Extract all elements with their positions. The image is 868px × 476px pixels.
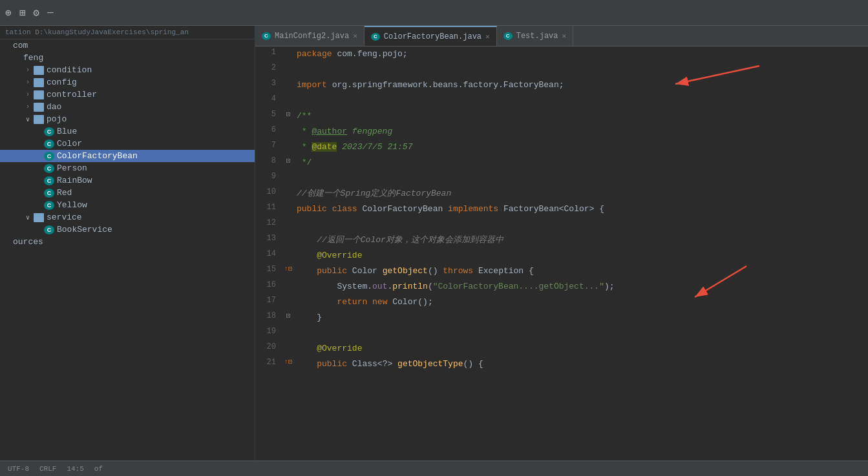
class-icon: C (44, 164, 54, 173)
tree-item-bookservice[interactable]: C BookService (0, 223, 255, 236)
class-icon: C (44, 225, 54, 234)
collapse-arrow-icon: › (26, 91, 34, 98)
class-icon: C (44, 201, 54, 210)
code-editor[interactable]: 1 package com.feng.pojo; 2 3 import org.… (255, 47, 868, 460)
tab-test[interactable]: C Test.java ✕ (497, 26, 573, 46)
tab-label: ColorFactoryBean.java (384, 32, 482, 41)
tab-close-icon[interactable]: ✕ (353, 32, 357, 40)
item-label: ColorFactoryBean (57, 151, 138, 161)
class-icon: C (44, 189, 54, 198)
tree-item-dao[interactable]: › dao (0, 101, 255, 113)
code-line-21: 21 ↑⊡ public Class<?> getObjectType() { (255, 357, 868, 372)
code-line-5: 5 ⊡ /** (255, 109, 868, 124)
tree-item-blue[interactable]: C Blue (0, 125, 255, 138)
tree-item-config[interactable]: › config (0, 76, 255, 88)
tree-item-sources[interactable]: ources (0, 236, 255, 248)
tab-mainconfig2[interactable]: C MainConfig2.java ✕ (255, 26, 365, 46)
folder-icon (34, 115, 44, 124)
item-label: controller (47, 90, 97, 99)
tab-class-icon: C (262, 32, 271, 40)
expand-arrow-icon: ∨ (26, 214, 34, 222)
status-encoding: UTF-8 (8, 465, 29, 473)
code-line-12: 12 (255, 217, 868, 233)
toolbar-icon-add[interactable]: ⊕ (5, 6, 12, 19)
code-line-14: 14 @Override (255, 248, 868, 264)
folder-icon (34, 90, 44, 99)
tree-item-feng[interactable]: feng (0, 52, 255, 64)
editor-tabs: C MainConfig2.java ✕ C ColorFactoryBean.… (255, 26, 868, 47)
collapse-arrow-icon: › (26, 103, 34, 110)
tree-item-condition[interactable]: › condition (0, 64, 255, 76)
tree-item-color[interactable]: C Color (0, 138, 255, 150)
status-pagination: of (94, 465, 103, 473)
class-icon: C (44, 140, 54, 149)
class-icon: C (44, 176, 54, 185)
folder-icon (34, 66, 44, 75)
item-label: service (47, 212, 82, 222)
status-crlf: CRLF (39, 465, 56, 473)
class-icon: C (44, 127, 54, 136)
code-line-19: 19 (255, 326, 868, 341)
tree-item-colorfactorybean[interactable]: C ColorFactoryBean (0, 150, 255, 162)
tab-class-icon: C (503, 32, 513, 40)
tab-class-icon: C (371, 33, 380, 41)
tab-close-icon[interactable]: ✕ (562, 32, 567, 40)
sidebar-path: tation D:\kuangStudyJavaExercises\spring… (0, 26, 255, 39)
folder-icon (34, 213, 44, 222)
code-line-9: 9 (255, 171, 868, 186)
item-label: dao (47, 102, 61, 112)
folder-icon (34, 78, 44, 87)
item-label: Color (57, 139, 82, 149)
item-label: com (13, 41, 28, 50)
tree-item-service[interactable]: ∨ service (0, 211, 255, 223)
main-container: tation D:\kuangStudyJavaExercises\spring… (0, 26, 868, 460)
folder-icon (34, 103, 44, 112)
code-lines: 1 package com.feng.pojo; 2 3 import org.… (255, 47, 868, 372)
item-label: feng (23, 53, 43, 63)
tab-close-icon[interactable]: ✕ (485, 32, 490, 41)
code-line-15: 15 ↑⊡ public Color getObject() throws Ex… (255, 264, 868, 279)
code-line-16: 16 System.out.println("ColorFactoryBean.… (255, 279, 868, 295)
code-line-4: 4 (255, 93, 868, 109)
sidebar: tation D:\kuangStudyJavaExercises\spring… (0, 26, 255, 460)
item-label: condition (47, 65, 92, 75)
tree-item-com[interactable]: com (0, 39, 255, 52)
tree-item-controller[interactable]: › controller (0, 88, 255, 101)
item-label: Yellow (57, 200, 87, 210)
item-label: Red (57, 188, 72, 198)
class-icon: C (44, 152, 54, 161)
code-line-13: 13 //返回一个Color对象，这个对象会添加到容器中 (255, 233, 868, 248)
item-label: config (47, 78, 77, 87)
tab-label: Test.java (516, 32, 558, 41)
code-line-8: 8 ⊡ */ (255, 155, 868, 171)
code-line-11: 11 public class ColorFactoryBean impleme… (255, 202, 868, 217)
editor: C MainConfig2.java ✕ C ColorFactoryBean.… (255, 26, 868, 460)
tree-item-yellow[interactable]: C Yellow (0, 199, 255, 211)
code-line-3: 3 import org.springframework.beans.facto… (255, 78, 868, 93)
code-line-6: 6 * @author fengpeng (255, 124, 868, 140)
code-line-7: 7 * @date 2023/7/5 21:57 (255, 140, 868, 155)
tab-colorfactorybean[interactable]: C ColorFactoryBean.java ✕ (365, 26, 497, 46)
code-line-18: 18 ⊡ } (255, 310, 868, 326)
item-label: BookService (57, 225, 112, 234)
tree-item-rainbow[interactable]: C RainBow (0, 174, 255, 187)
tree-item-pojo[interactable]: ∨ pojo (0, 113, 255, 125)
tab-label: MainConfig2.java (275, 32, 349, 41)
code-line-17: 17 return new Color(); (255, 295, 868, 310)
code-line-1: 1 package com.feng.pojo; (255, 47, 868, 62)
toolbar-icon-menu[interactable]: ⊞ (19, 6, 26, 19)
toolbar: ⊕ ⊞ ⚙ — (0, 0, 868, 26)
tree-item-person[interactable]: C Person (0, 162, 255, 174)
item-label: RainBow (57, 176, 92, 185)
toolbar-icon-settings[interactable]: ⚙ (33, 6, 39, 19)
expand-arrow-icon: ∨ (26, 116, 34, 123)
code-line-2: 2 (255, 62, 868, 78)
item-label: Blue (57, 127, 77, 136)
item-label: pojo (47, 114, 67, 124)
item-label: ources (13, 237, 43, 247)
code-line-10: 10 //创建一个Spring定义的FactoryBean (255, 186, 868, 202)
tree-item-red[interactable]: C Red (0, 187, 255, 199)
toolbar-icon-minimize[interactable]: — (47, 7, 54, 19)
code-line-20: 20 @Override (255, 341, 868, 357)
collapse-arrow-icon: › (26, 67, 34, 74)
